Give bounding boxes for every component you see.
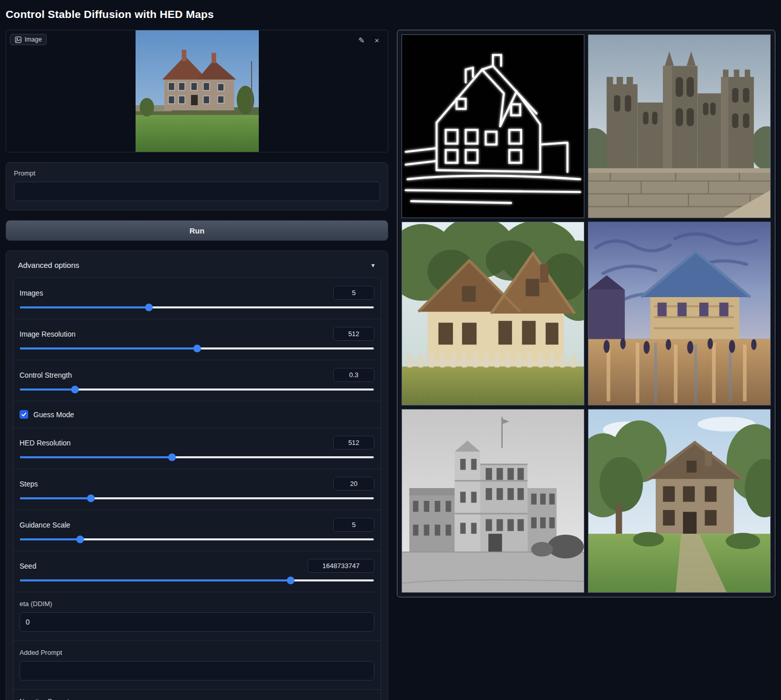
page-title: Control Stable Diffusion with HED Maps xyxy=(6,8,775,21)
gallery-item-3[interactable] xyxy=(402,222,584,405)
gallery-item-1[interactable] xyxy=(402,34,584,218)
gallery-item-5[interactable] xyxy=(402,409,584,593)
image-resolution-slider-fill xyxy=(20,347,197,349)
guess-mode-checkbox[interactable]: Guess Mode xyxy=(13,401,380,428)
advanced-options-accordion[interactable]: Advanced options ▼ xyxy=(13,256,381,278)
guidance-scale-slider[interactable] xyxy=(20,538,374,540)
gallery-item-4[interactable] xyxy=(588,222,771,405)
advanced-options-form: Images Image Resolution xyxy=(13,278,381,700)
added-prompt-block: Added Prompt xyxy=(13,641,380,690)
storybook-house-image xyxy=(402,222,584,405)
added-prompt-input[interactable] xyxy=(20,661,374,680)
app-page: Control Stable Diffusion with HED Maps I… xyxy=(0,0,781,700)
steps-slider[interactable] xyxy=(20,497,374,499)
negative-prompt-block: Negative Prompt xyxy=(13,690,380,700)
accordion-arrow-icon: ▼ xyxy=(370,262,376,268)
gallery-item-2[interactable] xyxy=(588,34,771,218)
image-label-badge: Image xyxy=(10,34,47,45)
control-strength-slider[interactable] xyxy=(20,388,374,391)
stone-castle-image xyxy=(588,35,770,218)
guidance-scale-slider-fill xyxy=(20,538,80,540)
advanced-options-panel: Advanced options ▼ Images xyxy=(6,250,388,700)
gallery-item-6[interactable] xyxy=(588,409,771,593)
image-resolution-slider[interactable] xyxy=(20,347,374,349)
seed-slider-block: Seed xyxy=(13,551,380,592)
negative-prompt-label: Negative Prompt xyxy=(20,697,374,700)
steps-slider-handle[interactable] xyxy=(87,495,94,502)
eta-input[interactable] xyxy=(20,612,374,632)
image-resolution-slider-block: Image Resolution xyxy=(13,319,380,360)
hed-resolution-slider-block: HED Resolution xyxy=(13,428,380,469)
hed-resolution-value-input[interactable] xyxy=(333,436,374,450)
steps-label: Steps xyxy=(20,480,38,488)
advanced-options-label: Advanced options xyxy=(18,261,79,269)
main-layout: Image ✎ × xyxy=(6,30,775,700)
country-house-image xyxy=(588,410,770,592)
guidance-scale-label: Guidance Scale xyxy=(20,521,70,529)
guidance-scale-slider-handle[interactable] xyxy=(77,536,84,543)
prompt-input[interactable] xyxy=(14,182,380,201)
seed-label: Seed xyxy=(20,562,36,570)
images-slider-block: Images xyxy=(13,278,380,319)
run-button[interactable]: Run xyxy=(6,220,388,241)
control-strength-slider-fill xyxy=(20,388,75,391)
hed-resolution-label: HED Resolution xyxy=(20,439,71,447)
steps-slider-fill xyxy=(20,497,91,499)
seed-slider[interactable] xyxy=(20,579,374,581)
controls-column: Image ✎ × xyxy=(6,30,388,700)
images-value-input[interactable] xyxy=(333,286,374,300)
prompt-label: Prompt xyxy=(14,169,380,177)
guidance-scale-slider-block: Guidance Scale xyxy=(13,510,380,551)
images-slider[interactable] xyxy=(20,306,374,308)
seed-slider-fill xyxy=(20,579,291,581)
grayscale-building-image xyxy=(402,410,584,592)
control-strength-slider-handle[interactable] xyxy=(71,386,79,394)
image-upload-panel[interactable]: Image ✎ × xyxy=(6,30,388,152)
image-resolution-slider-handle[interactable] xyxy=(193,345,201,353)
image-resolution-value-input[interactable] xyxy=(333,327,374,341)
input-image-house-photo xyxy=(136,30,259,152)
steps-value-input[interactable] xyxy=(333,477,374,491)
images-slider-handle[interactable] xyxy=(145,304,153,312)
image-toolbar: ✎ × xyxy=(356,34,383,46)
control-strength-value-input[interactable] xyxy=(333,368,374,382)
hed-resolution-slider[interactable] xyxy=(20,456,374,458)
control-strength-label: Control Strength xyxy=(20,371,72,379)
steps-slider-block: Steps xyxy=(13,469,380,510)
image-icon xyxy=(15,36,22,43)
hed-resolution-slider-handle[interactable] xyxy=(168,454,176,461)
clear-image-button[interactable]: × xyxy=(371,34,383,46)
image-resolution-label: Image Resolution xyxy=(20,330,75,338)
images-label: Images xyxy=(20,289,43,297)
impressionist-house-image xyxy=(588,222,770,405)
hed-edge-map-image xyxy=(402,35,584,218)
checkbox-checked-icon xyxy=(20,410,28,419)
guess-mode-label: Guess Mode xyxy=(33,411,74,419)
control-strength-slider-block: Control Strength xyxy=(13,360,380,401)
hed-resolution-slider-fill xyxy=(20,456,172,458)
eta-label: eta (DDIM) xyxy=(20,600,374,608)
seed-value-input[interactable] xyxy=(308,559,374,573)
added-prompt-label: Added Prompt xyxy=(20,649,374,656)
prompt-panel: Prompt xyxy=(6,162,388,210)
images-slider-fill xyxy=(20,306,149,308)
edit-image-button[interactable]: ✎ xyxy=(356,34,367,46)
image-label: Image xyxy=(25,36,42,43)
guidance-scale-value-input[interactable] xyxy=(333,518,374,532)
eta-block: eta (DDIM) xyxy=(13,592,380,641)
output-gallery xyxy=(397,30,775,597)
seed-slider-handle[interactable] xyxy=(287,577,295,585)
